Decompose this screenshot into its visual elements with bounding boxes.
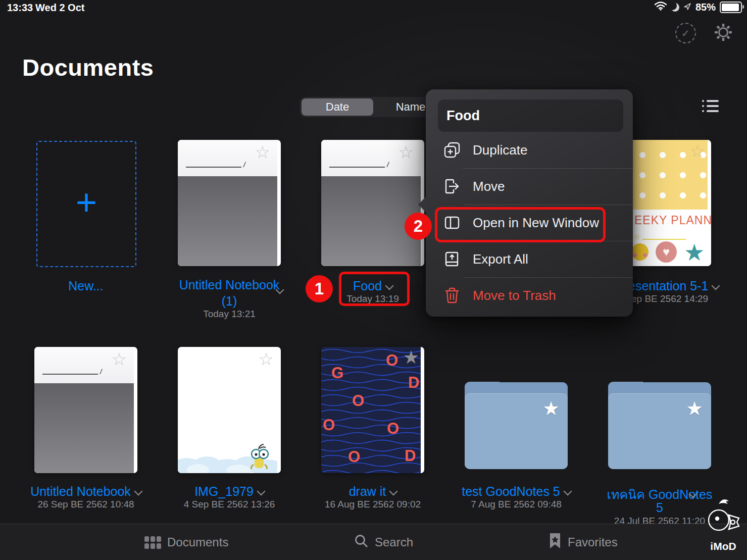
list-view-icon[interactable] xyxy=(702,100,719,112)
plus-icon: + xyxy=(76,184,97,220)
step-1-badge: 1 xyxy=(306,275,333,302)
status-date: Wed 2 Oct xyxy=(35,2,84,14)
document-date: 4 Sep BE 2562 13:26 xyxy=(169,499,290,510)
folder-date: 7 Aug BE 2562 09:48 xyxy=(456,499,577,510)
location-arrow-icon xyxy=(683,2,691,13)
favorite-star-icon-filled[interactable]: ★ xyxy=(542,397,560,420)
imod-fish-logo xyxy=(704,496,743,539)
document-date: Today 13:21 xyxy=(169,309,290,320)
document-title[interactable]: draw it xyxy=(312,484,433,499)
favorite-star-icon-filled[interactable]: ★ xyxy=(403,347,419,368)
document-title[interactable]: Untitled Notebook xyxy=(25,484,146,499)
menu-item-move-to-trash[interactable]: Move to Trash xyxy=(426,277,633,314)
chevron-down-icon[interactable] xyxy=(563,487,572,496)
document-date: 26 Sep BE 2562 10:48 xyxy=(25,499,146,510)
document-title-presentation[interactable]: esentation 5-1 xyxy=(628,279,719,293)
chevron-down-icon[interactable] xyxy=(257,487,265,496)
select-documents-button[interactable]: ✓ xyxy=(675,23,696,43)
rename-field[interactable]: Food xyxy=(438,99,623,132)
document-date: ep BE 2562 14:29 xyxy=(631,293,708,304)
status-bar: 13:33 Wed 2 Oct 85% xyxy=(0,0,747,15)
step-2-highlight-rect xyxy=(435,207,606,242)
menu-item-duplicate[interactable]: Duplicate xyxy=(426,132,633,168)
settings-gear-icon[interactable] xyxy=(714,23,733,44)
context-menu-popover: Food Duplicate Move xyxy=(426,89,633,317)
step-1-highlight-rect xyxy=(339,272,410,306)
document-date: 16 Aug BE 2562 09:02 xyxy=(312,499,433,510)
cover-letter: O xyxy=(387,420,399,438)
favorite-star-icon[interactable]: ☆ xyxy=(399,142,414,162)
notebook-thumbnail-draw-it[interactable]: O G D O O O O D ★ xyxy=(321,347,424,473)
search-icon xyxy=(354,533,369,551)
favorites-bookmark-icon xyxy=(549,533,562,552)
cover-letter: O xyxy=(348,448,360,466)
heart-icon: ♥ xyxy=(656,241,677,263)
teal-star-icon: ★ xyxy=(684,239,705,266)
favorite-star-icon[interactable]: ☆ xyxy=(255,142,270,162)
notebook-thumbnail-food[interactable]: / ☆ xyxy=(321,140,424,266)
tab-documents[interactable]: Documents xyxy=(144,524,228,560)
duplicate-icon xyxy=(442,141,462,159)
imod-watermark: iMoD xyxy=(703,496,743,552)
move-icon xyxy=(442,178,462,195)
chevron-down-icon[interactable] xyxy=(389,487,398,496)
wifi-icon xyxy=(655,2,667,13)
chevron-down-icon[interactable] xyxy=(134,487,142,496)
folder-title[interactable]: test GoodNotes 5 xyxy=(456,484,577,499)
bottom-tab-bar: Documents Search Favorites xyxy=(0,524,747,560)
document-title-line2[interactable]: (1) xyxy=(169,294,290,309)
tab-favorites[interactable]: Favorites xyxy=(549,524,618,560)
document-title[interactable]: IMG_1979 xyxy=(169,484,290,499)
planner-cover-text: EEKY PLANNER xyxy=(634,214,711,227)
cover-letter: D xyxy=(408,374,419,392)
favorite-star-icon[interactable]: ☆ xyxy=(690,141,705,161)
small-star-icon: ☆ xyxy=(633,232,640,241)
folder-test-goodnotes-5[interactable]: ★ xyxy=(465,382,568,469)
new-document-card[interactable]: + xyxy=(36,141,136,267)
battery-percent: 85% xyxy=(695,2,716,13)
documents-grid-icon xyxy=(144,536,161,549)
sort-by-date-segment[interactable]: Date xyxy=(302,98,373,116)
image-thumbnail-img-1979[interactable]: ☆ xyxy=(178,347,281,473)
do-not-disturb-moon-icon xyxy=(671,3,679,12)
cover-letter: G xyxy=(331,364,343,382)
notebook-thumbnail-untitled-1[interactable]: / ☆ xyxy=(178,140,281,266)
page-title: Documents xyxy=(22,54,154,81)
menu-item-move[interactable]: Move xyxy=(426,168,633,205)
tab-search[interactable]: Search xyxy=(354,524,413,560)
goodnotes-documents-screen: 13:33 Wed 2 Oct 85% Documents ✓ xyxy=(0,0,747,560)
cover-letter: O xyxy=(352,392,364,410)
favorite-star-icon[interactable]: ☆ xyxy=(259,349,274,369)
export-icon xyxy=(442,250,462,268)
status-time: 13:33 xyxy=(7,2,33,14)
folder-title-line2[interactable]: 5 xyxy=(599,500,720,515)
cover-letter: O xyxy=(323,416,335,434)
sort-segmented-control: Date Name xyxy=(300,97,446,117)
battery-icon xyxy=(720,2,742,13)
notebook-thumbnail-untitled[interactable]: / ☆ xyxy=(34,347,137,473)
cover-letter: O xyxy=(386,351,398,370)
new-document-label[interactable]: New... xyxy=(43,279,129,293)
favorite-star-icon[interactable]: ☆ xyxy=(112,349,127,369)
emoji-face-icon xyxy=(631,243,649,261)
chevron-down-icon[interactable] xyxy=(712,282,720,290)
step-2-badge: 2 xyxy=(405,213,432,240)
document-title[interactable]: Untitled Notebook xyxy=(169,278,290,292)
favorite-star-icon-filled[interactable]: ★ xyxy=(686,397,703,420)
menu-item-export-all[interactable]: Export All xyxy=(426,241,633,277)
cover-letter: D xyxy=(405,447,416,465)
folder-technic-goodnotes-5[interactable]: ★ xyxy=(608,382,711,469)
trash-icon xyxy=(442,287,462,304)
